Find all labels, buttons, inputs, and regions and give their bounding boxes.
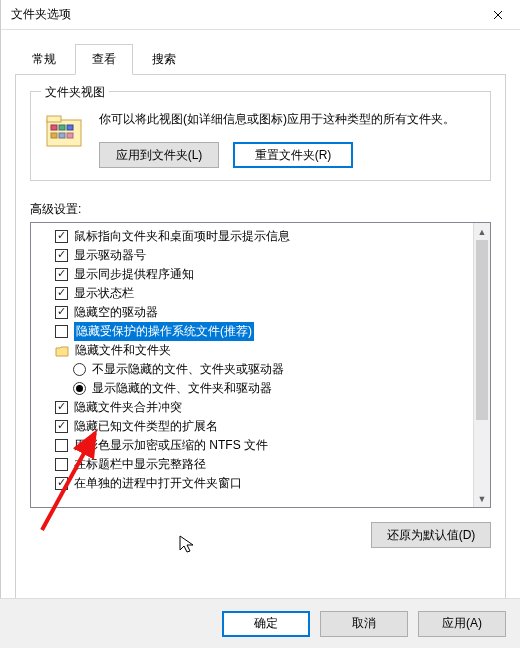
list-item-label: 显示同步提供程序通知: [74, 265, 194, 284]
list-item-label: 在标题栏中显示完整路径: [74, 455, 206, 474]
list-item[interactable]: 隐藏文件夹合并冲突: [55, 398, 473, 417]
apply-button[interactable]: 应用(A): [418, 611, 506, 637]
list-item[interactable]: 隐藏受保护的操作系统文件(推荐): [55, 322, 473, 341]
titlebar: 文件夹选项: [1, 0, 520, 30]
list-item-label: 在单独的进程中打开文件夹窗口: [74, 474, 242, 493]
restore-defaults-button[interactable]: 还原为默认值(D): [371, 522, 491, 548]
checkbox-icon[interactable]: [55, 401, 68, 414]
list-item[interactable]: 用彩色显示加密或压缩的 NTFS 文件: [55, 436, 473, 455]
checkbox-icon[interactable]: [55, 420, 68, 433]
list-item-label: 隐藏文件夹合并冲突: [74, 398, 182, 417]
list-item-label: 显示隐藏的文件、文件夹和驱动器: [92, 379, 272, 398]
checkbox-icon[interactable]: [55, 325, 68, 338]
svg-rect-6: [59, 133, 65, 138]
scroll-thumb[interactable]: [476, 240, 488, 420]
tab-strip: 常规 查看 搜索: [1, 30, 520, 75]
scrollbar-vertical[interactable]: ▲ ▼: [473, 223, 490, 507]
list-item-label: 鼠标指向文件夹和桌面项时显示提示信息: [74, 227, 290, 246]
list-item[interactable]: 在单独的进程中打开文件夹窗口: [55, 474, 473, 493]
list-item-label: 隐藏受保护的操作系统文件(推荐): [74, 322, 254, 341]
list-item[interactable]: 显示隐藏的文件、文件夹和驱动器: [73, 379, 473, 398]
scroll-track[interactable]: [474, 240, 490, 490]
folder-options-dialog: 文件夹选项 常规 查看 搜索 文件夹视图: [0, 0, 520, 648]
radio-icon[interactable]: [73, 382, 86, 395]
radio-icon[interactable]: [73, 363, 86, 376]
list-item-label: 显示驱动器号: [74, 246, 146, 265]
checkbox-icon[interactable]: [55, 287, 68, 300]
apply-to-folders-button[interactable]: 应用到文件夹(L): [99, 142, 219, 168]
folder-icon: [55, 344, 69, 358]
svg-rect-3: [59, 125, 65, 130]
folder-views-group: 文件夹视图 你可以将此视图(如详细信息或图标)应用于这种类型的所有文件夹。 应用…: [30, 91, 491, 181]
list-item[interactable]: 显示状态栏: [55, 284, 473, 303]
svg-rect-4: [67, 125, 73, 130]
list-item[interactable]: 隐藏文件和文件夹: [55, 341, 473, 360]
list-item[interactable]: 隐藏已知文件类型的扩展名: [55, 417, 473, 436]
svg-rect-7: [67, 133, 73, 138]
dialog-button-bar: 确定 取消 应用(A): [0, 598, 520, 648]
checkbox-icon[interactable]: [55, 458, 68, 471]
tab-general[interactable]: 常规: [15, 44, 73, 75]
list-item[interactable]: 鼠标指向文件夹和桌面项时显示提示信息: [55, 227, 473, 246]
list-item[interactable]: 隐藏空的驱动器: [55, 303, 473, 322]
list-item-label: 不显示隐藏的文件、文件夹或驱动器: [92, 360, 284, 379]
list-item-label: 显示状态栏: [74, 284, 134, 303]
checkbox-icon[interactable]: [55, 306, 68, 319]
list-item[interactable]: 显示驱动器号: [55, 246, 473, 265]
scroll-down-button[interactable]: ▼: [474, 490, 490, 507]
window-title: 文件夹选项: [11, 6, 71, 23]
checkbox-icon[interactable]: [55, 249, 68, 262]
checkbox-icon[interactable]: [55, 268, 68, 281]
svg-rect-2: [51, 125, 57, 130]
view-tab-panel: 文件夹视图 你可以将此视图(如详细信息或图标)应用于这种类型的所有文件夹。 应用…: [15, 74, 506, 612]
checkbox-icon[interactable]: [55, 230, 68, 243]
list-item-label: 用彩色显示加密或压缩的 NTFS 文件: [74, 436, 268, 455]
folder-views-icon: [43, 110, 87, 154]
list-item[interactable]: 显示同步提供程序通知: [55, 265, 473, 284]
folder-views-text: 你可以将此视图(如详细信息或图标)应用于这种类型的所有文件夹。: [99, 110, 478, 128]
svg-rect-1: [47, 116, 61, 122]
checkbox-icon[interactable]: [55, 477, 68, 490]
ok-button[interactable]: 确定: [222, 611, 310, 637]
checkbox-icon[interactable]: [55, 439, 68, 452]
list-item-label: 隐藏空的驱动器: [74, 303, 158, 322]
advanced-settings-label: 高级设置:: [30, 201, 491, 218]
list-item[interactable]: 不显示隐藏的文件、文件夹或驱动器: [73, 360, 473, 379]
scroll-up-button[interactable]: ▲: [474, 223, 490, 240]
close-icon: [493, 10, 503, 20]
cancel-button[interactable]: 取消: [320, 611, 408, 637]
group-legend: 文件夹视图: [41, 84, 109, 101]
list-item-label: 隐藏已知文件类型的扩展名: [74, 417, 218, 436]
list-item[interactable]: 在标题栏中显示完整路径: [55, 455, 473, 474]
tab-search[interactable]: 搜索: [135, 44, 193, 75]
reset-folders-button[interactable]: 重置文件夹(R): [233, 142, 353, 168]
tab-view[interactable]: 查看: [75, 44, 133, 75]
list-item-label: 隐藏文件和文件夹: [75, 341, 171, 360]
svg-rect-5: [51, 133, 57, 138]
close-button[interactable]: [475, 0, 520, 30]
advanced-settings-list[interactable]: 鼠标指向文件夹和桌面项时显示提示信息显示驱动器号显示同步提供程序通知显示状态栏隐…: [30, 222, 491, 508]
